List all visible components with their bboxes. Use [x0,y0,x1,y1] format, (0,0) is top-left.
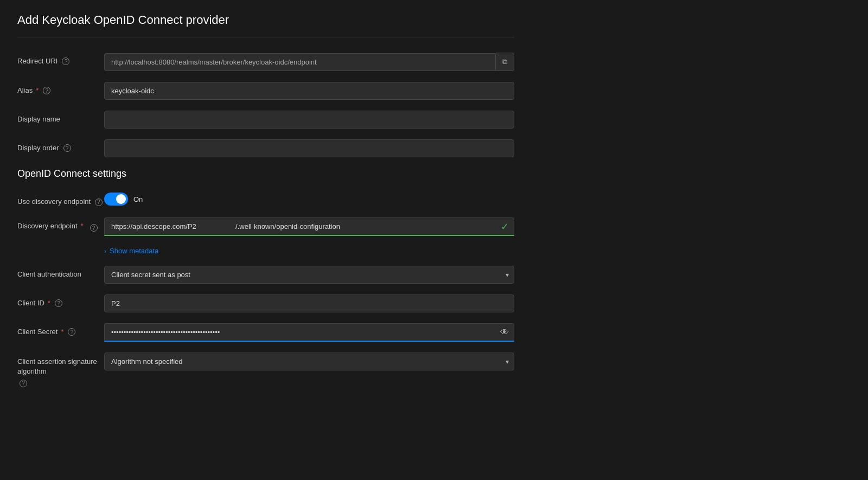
alias-label: Alias * ? [17,82,104,94]
redirect-uri-label: Redirect URI ? [17,53,104,65]
display-order-label: Display order ? [17,139,104,152]
page-title: Add Keycloak OpenID Connect provider [17,13,514,37]
client-assertion-signature-algorithm-row: Client assertion signature algorithm ? A… [17,353,514,387]
client-secret-row: Client Secret * ? 👁 [17,323,514,342]
client-authentication-label: Client authentication [17,266,104,278]
show-metadata-link[interactable]: Show metadata [110,247,158,255]
client-id-row: Client ID * ? [17,295,514,312]
client-assertion-signature-algorithm-control: Algorithm not specified RS256 RS384 RS51… [104,353,514,370]
toggle-secret-visibility-button[interactable]: 👁 [500,328,509,337]
client-id-label: Client ID * ? [17,295,104,307]
client-id-input[interactable] [104,295,514,312]
display-name-label: Display name [17,111,104,123]
redirect-uri-control: ⧉ [104,53,514,71]
use-discovery-endpoint-toggle[interactable] [104,193,128,206]
alias-required: * [36,86,39,94]
use-discovery-endpoint-info-icon[interactable]: ? [95,199,103,206]
client-assertion-info-icon[interactable]: ? [20,380,27,387]
discovery-endpoint-info-icon[interactable]: ? [90,224,98,232]
copy-icon: ⧉ [502,57,507,66]
discovery-valid-icon: ✓ [501,221,509,233]
display-order-info-icon[interactable]: ? [63,144,71,152]
display-name-row: Display name [17,111,514,129]
discovery-endpoint-control: ✓ [104,217,514,236]
client-secret-required: * [61,328,63,336]
client-id-control [104,295,514,312]
client-secret-input[interactable] [104,323,514,342]
display-order-input[interactable] [104,139,514,157]
client-authentication-control: Client secret sent as post Client secret… [104,266,514,284]
alias-info-icon[interactable]: ? [43,87,50,94]
client-authentication-select[interactable]: Client secret sent as post Client secret… [104,266,514,284]
discovery-endpoint-required: * [81,222,84,230]
client-assertion-signature-algorithm-select[interactable]: Algorithm not specified RS256 RS384 RS51… [104,353,514,370]
discovery-endpoint-row: Discovery endpoint * ? ✓ [17,217,514,236]
client-id-info-icon[interactable]: ? [55,299,62,307]
client-secret-control: 👁 [104,323,514,342]
use-discovery-endpoint-control: On [104,193,514,206]
redirect-uri-input [104,53,496,71]
display-name-control [104,111,514,129]
redirect-uri-info-icon[interactable]: ? [62,57,69,65]
toggle-state-label: On [133,195,143,203]
openid-connect-section-heading: OpenID Connect settings [17,168,514,180]
client-authentication-row: Client authentication Client secret sent… [17,266,514,284]
discovery-endpoint-input[interactable] [104,217,514,236]
display-order-row: Display order ? [17,139,514,157]
eye-icon: 👁 [500,328,509,337]
redirect-uri-row: Redirect URI ? ⧉ [17,53,514,71]
client-secret-info-icon[interactable]: ? [68,328,75,336]
alias-control [104,82,514,100]
show-metadata-row: › Show metadata [17,247,514,255]
alias-input[interactable] [104,82,514,100]
client-assertion-signature-algorithm-label: Client assertion signature algorithm ? [17,353,104,387]
client-id-required: * [48,299,50,307]
use-discovery-endpoint-row: Use discovery endpoint ? On [17,193,514,207]
display-name-input[interactable] [104,111,514,129]
client-secret-label: Client Secret * ? [17,323,104,336]
copy-redirect-uri-button[interactable]: ⧉ [496,53,514,71]
discovery-endpoint-label: Discovery endpoint * ? [17,217,104,232]
alias-row: Alias * ? [17,82,514,100]
use-discovery-endpoint-label: Use discovery endpoint ? [17,193,104,207]
display-order-control [104,139,514,157]
show-metadata-chevron-icon: › [104,247,106,255]
